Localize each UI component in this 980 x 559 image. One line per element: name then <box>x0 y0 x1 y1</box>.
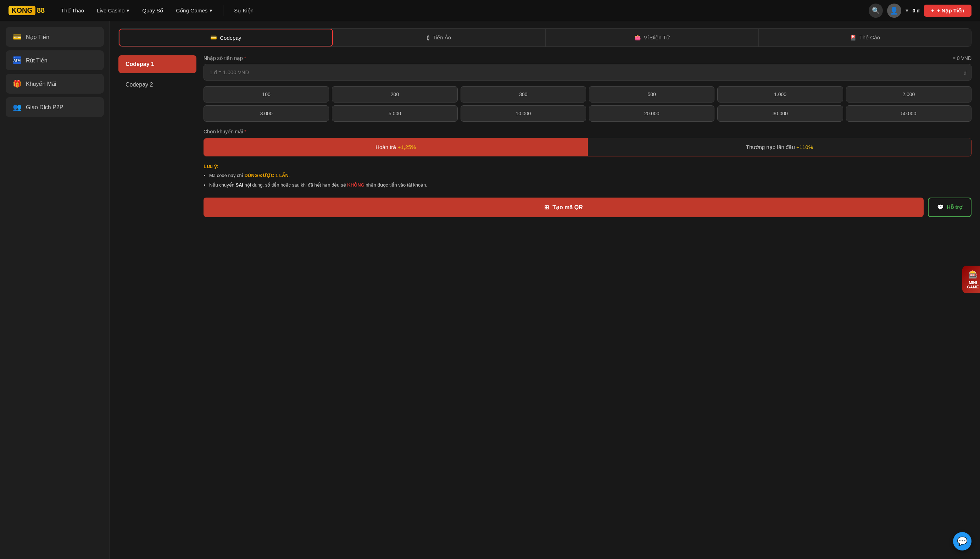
codepay-icon: 💳 <box>210 35 217 41</box>
create-qr-button[interactable]: ⊞ Tạo mã QR <box>203 198 924 217</box>
note-bold-khong: KHÔNG <box>347 182 364 188</box>
search-button[interactable]: 🔍 <box>869 3 883 18</box>
nav-live-casino[interactable]: Live Casino ▾ <box>92 5 134 17</box>
amount-btn-300[interactable]: 300 <box>460 86 586 103</box>
promo-lan-dau[interactable]: Thưởng nạp lần đầu +110% <box>587 138 971 156</box>
codepay-sidebar: Codepay 1 Codepay 2 <box>119 55 196 217</box>
main-nav: Thể Thao Live Casino ▾ Quay Số Cổng Game… <box>56 5 868 17</box>
promo-required: * <box>244 129 246 134</box>
sidebar: 💳 Nạp Tiền 🏧 Rút Tiền 🎁 Khuyến Mãi 👥 Gia… <box>0 21 110 559</box>
avatar[interactable]: 👤 <box>887 3 901 18</box>
note-bold-sai: SAI <box>236 182 244 188</box>
mini-game-icon: 🎰 <box>965 270 980 279</box>
main-layout: 💳 Nạp Tiền 🏧 Rút Tiền 🎁 Khuyến Mãi 👥 Gia… <box>0 21 980 559</box>
gift-icon: 🎁 <box>13 79 21 88</box>
nav-the-thao[interactable]: Thể Thao <box>56 5 89 17</box>
qr-icon: ⊞ <box>544 204 549 211</box>
logo[interactable]: KONG88 <box>8 6 45 15</box>
amount-btn-200[interactable]: 200 <box>332 86 457 103</box>
amount-btn-10000[interactable]: 10.000 <box>460 105 586 122</box>
p2p-icon: 👥 <box>13 103 21 111</box>
card-icon: 🎴 <box>850 35 856 41</box>
chevron-down-icon: ▾ <box>127 7 129 14</box>
codepay-2-item[interactable]: Codepay 2 <box>119 76 196 94</box>
amount-btn-30000[interactable]: 30.000 <box>717 105 843 122</box>
logo-kong: KONG <box>8 6 35 15</box>
promo-highlight-2: +110% <box>796 144 813 150</box>
action-buttons: ⊞ Tạo mã QR 💬 Hỗ trợ <box>203 198 972 217</box>
form-area: Nhập số tiền nạp * = 0 VND đ 100 200 300… <box>203 55 972 217</box>
crypto-icon: ₿ <box>427 35 430 41</box>
amount-btn-1000[interactable]: 1.000 <box>717 86 843 103</box>
note-item-2: Nếu chuyển SAI nội dung, số tiền hoặc sa… <box>209 182 972 189</box>
notes-list: Mã code này chỉ DÙNG ĐƯỢC 1 LẦN. Nếu chu… <box>203 172 972 189</box>
tab-vi-dien-tu[interactable]: 👛 Ví Điện Tử <box>546 29 759 46</box>
support-button[interactable]: 💬 Hỗ trợ <box>928 198 972 217</box>
amount-btn-5000[interactable]: 5.000 <box>332 105 457 122</box>
amount-btn-500[interactable]: 500 <box>589 86 714 103</box>
balance-vnd: = 0 VND <box>953 55 972 61</box>
amount-input[interactable] <box>203 64 972 81</box>
currency-suffix: đ <box>964 69 967 75</box>
atm-icon: 🏧 <box>13 56 21 64</box>
chat-widget[interactable]: 💬 <box>953 532 972 551</box>
sidebar-item-khuyen-mai[interactable]: 🎁 Khuyến Mãi <box>6 74 104 94</box>
amount-btn-100[interactable]: 100 <box>203 86 329 103</box>
codepay-1-item[interactable]: Codepay 1 <box>119 55 196 73</box>
promo-highlight-1: +1,25% <box>398 144 416 150</box>
logo-88: 88 <box>37 7 45 15</box>
chevron-down-icon: ▾ <box>210 7 212 14</box>
wallet-icon: 💳 <box>13 33 21 41</box>
amount-btn-3000[interactable]: 3.000 <box>203 105 329 122</box>
plus-icon: + <box>931 7 934 13</box>
sidebar-item-giao-dich-p2p[interactable]: 👥 Giao Dịch P2P <box>6 97 104 117</box>
amount-btn-20000[interactable]: 20.000 <box>589 105 714 122</box>
tab-tien-ao[interactable]: ₿ Tiền Ảo <box>333 29 546 46</box>
chat-icon: 💬 <box>957 536 968 546</box>
payment-tabs: 💳 Codepay ₿ Tiền Ảo 👛 Ví Điện Tử 🎴 Thẻ C… <box>119 28 972 47</box>
header: KONG88 Thể Thao Live Casino ▾ Quay Số Cổ… <box>0 0 980 21</box>
amount-btn-50000[interactable]: 50.000 <box>846 105 972 122</box>
support-icon: 💬 <box>937 204 944 210</box>
notes-section: Lưu ý: Mã code này chỉ DÙNG ĐƯỢC 1 LẦN. … <box>203 164 972 189</box>
sidebar-item-nap-tien[interactable]: 💳 Nạp Tiền <box>6 27 104 47</box>
required-mark: * <box>244 55 246 61</box>
promo-hoan-tra[interactable]: Hoàn trả +1,25% <box>204 138 587 156</box>
amount-btn-2000[interactable]: 2.000 <box>846 86 972 103</box>
nap-tien-button[interactable]: + + Nạp Tiền <box>924 5 972 17</box>
chevron-down-icon[interactable]: ▾ <box>906 7 908 14</box>
balance-display: 0 đ <box>912 8 920 13</box>
nav-quay-so[interactable]: Quay Số <box>137 5 168 17</box>
amount-label: Nhập số tiền nạp * = 0 VND <box>203 55 972 61</box>
mini-game-label: MINI GAME <box>965 281 980 289</box>
amount-grid: 100 200 300 500 1.000 2.000 3.000 5.000 … <box>203 86 972 122</box>
promo-label: Chọn khuyến mãi * <box>203 129 972 134</box>
nav-separator <box>223 5 223 16</box>
nav-cong-games[interactable]: Cổng Games ▾ <box>171 5 217 17</box>
tab-codepay[interactable]: 💳 Codepay <box>119 29 333 46</box>
promo-grid: Hoàn trả +1,25% Thưởng nạp lần đầu +110% <box>203 138 972 156</box>
payment-layout: Codepay 1 Codepay 2 Nhập số tiền nạp * =… <box>119 55 972 217</box>
header-right: 🔍 👤 ▾ 0 đ + + Nạp Tiền <box>869 3 972 18</box>
tab-the-cao[interactable]: 🎴 Thẻ Cào <box>759 29 972 46</box>
amount-input-wrapper: đ <box>203 64 972 81</box>
note-item-1: Mã code này chỉ DÙNG ĐƯỢC 1 LẦN. <box>209 172 972 179</box>
sidebar-item-rut-tien[interactable]: 🏧 Rút Tiền <box>6 50 104 70</box>
mini-game-widget[interactable]: 🎰 MINI GAME <box>962 266 980 293</box>
note-bold-1: DÙNG ĐƯỢC 1 LẦN <box>244 173 288 178</box>
notes-title: Lưu ý: <box>203 164 972 169</box>
nav-su-kien[interactable]: Sự Kiện <box>229 5 259 17</box>
ewallet-icon: 👛 <box>634 35 641 41</box>
main-content: 💳 Codepay ₿ Tiền Ảo 👛 Ví Điện Tử 🎴 Thẻ C… <box>110 21 980 559</box>
